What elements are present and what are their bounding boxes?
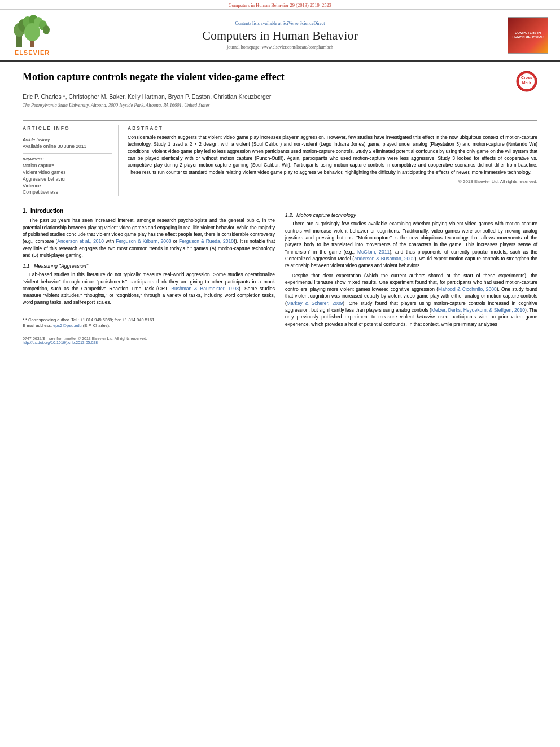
ferguson-kilburn-link[interactable]: Ferguson & Kilburn, 2008 [116,238,171,244]
info-divider-2 [23,153,112,154]
email-link[interactable]: epc2@psu.edu [53,323,82,328]
keyword-4: Violence [23,183,112,190]
left-content-column: 1. Introduction The past 30 years has se… [23,208,275,344]
subsection-1-1-title: 1.1. Measuring "Aggression" [23,263,275,269]
elsevier-tree-icon [12,14,53,48]
issn-line: 0747-5632/$ – see front matter © 2013 El… [23,337,275,340]
article-title: Motion capture controls negate the viole… [23,71,510,84]
motion-capture-paragraph-1: There are surprisingly few studies avail… [285,220,537,269]
contents-line: Contents lists available at SciVerse Sci… [63,21,497,26]
history-date: Available online 30 June 2013 [23,143,112,150]
svg-point-7 [43,25,50,34]
anderson-link[interactable]: Anderson et al., 2010 [57,238,104,244]
intro-section-title: 1. Introduction [23,208,275,214]
email-label: E-mail address: [23,323,53,328]
article-title-section: Motion capture controls negate the viole… [23,71,537,115]
mahood-link[interactable]: Mahood & Cicchirillo, 2008 [438,286,497,292]
keyword-3: Aggressive behavior [23,176,112,183]
page-wrapper: Computers in Human Behavior 29 (2013) 25… [0,0,560,747]
elsevier-logo: ELSEVIER [7,14,58,56]
corresponding-author-footnote: * * Corresponding author. Tel.: +1 814 9… [23,317,275,324]
crossmark-badge[interactable]: Cross Mark [516,71,537,93]
ferguson-rueda-link[interactable]: Ferguson & Rueda, 2010 [179,238,234,244]
melzer-link[interactable]: Melzer, Derks, Heydekorn, & Steffgen, 20… [431,307,525,313]
subsection-number: 1.1. [23,263,31,269]
markey-link[interactable]: Markey & Scherer, 2009 [287,300,343,306]
measuring-aggression-paragraph: Lab-based studies in this literature do … [23,271,275,306]
motion-capture-title: Motion capture technology [296,212,356,218]
intro-title: Introduction [30,208,63,214]
article-affiliation: The Pennsylvania State University, Altoo… [23,102,537,108]
history-label: Article history: [23,137,112,142]
footer-bar: 0747-5632/$ – see front matter © 2013 El… [23,334,275,344]
info-divider [23,134,112,134]
intro-paragraph-1: The past 30 years has seen increased int… [23,217,275,259]
abstract-header: ABSTRACT [128,125,537,131]
keywords-label: Keywords: [23,156,112,161]
doi-line: http://dx.doi.org/10.1016/j.chb.2013.05.… [23,340,275,344]
anderson-bushman-link[interactable]: Anderson & Bushman, 2002 [354,256,415,261]
contents-text: Contents lists available at [235,21,282,26]
elsevier-wordmark: ELSEVIER [15,49,50,56]
main-content-area: 1. Introduction The past 30 years has se… [23,208,537,344]
crossmark-icon: Cross Mark [516,71,537,92]
journal-citation-bar: Computers in Human Behavior 29 (2013) 25… [0,0,560,10]
journal-title: Computers in Human Behavior [63,28,497,43]
journal-header: ELSEVIER Contents lists available at Sci… [0,10,560,62]
copyright-line: © 2013 Elsevier Ltd. All rights reserved… [128,179,537,184]
svg-text:Mark: Mark [522,81,531,85]
journal-citation: Computers in Human Behavior 29 (2013) 25… [229,2,331,8]
mcgloin-link[interactable]: McGloin, 2011 [357,249,390,255]
intro-number: 1. [23,208,27,214]
journal-cover-image: COMPUTERS IN HUMAN BEHAVIOR [508,17,548,54]
abstract-text: Considerable research suggests that viol… [128,134,537,176]
motion-capture-number: 1.2. [285,212,294,218]
right-content-column: 1.2. Motion capture technology There are… [285,208,537,344]
abstract-column: ABSTRACT Considerable research suggests … [128,125,537,196]
main-section-divider [23,202,537,202]
keywords-list: Motion capture Violent video games Aggre… [23,163,112,196]
sciverse-link[interactable]: SciVerse ScienceDirect [283,21,325,26]
email-footnote: E-mail address: epc2@psu.edu (E.P. Charl… [23,323,275,329]
journal-cover: COMPUTERS IN HUMAN BEHAVIOR [502,17,553,54]
email-suffix: (E.P. Charles). [82,323,110,328]
motion-capture-subsection-title: 1.2. Motion capture technology [285,212,537,218]
keyword-5: Competitiveness [23,189,112,196]
svg-text:Cross: Cross [521,76,532,80]
svg-point-9 [24,23,40,41]
bushman-link[interactable]: Bushman & Baumeister, 1998 [171,286,239,291]
article-authors: Eric P. Charles *, Christopher M. Baker,… [23,93,537,100]
article-info-abstract-section: ARTICLE INFO Article history: Available … [23,120,537,196]
keyword-1: Motion capture [23,163,112,169]
motion-capture-paragraph-2: Despite that clear expectation (which th… [285,272,537,328]
corresponding-author-text: * Corresponding author. Tel.: +1 814 949… [25,317,155,322]
journal-center-info: Contents lists available at SciVerse Sci… [58,21,502,50]
footnote-area: * * Corresponding author. Tel.: +1 814 9… [23,314,275,329]
cover-label: COMPUTERS IN HUMAN BEHAVIOR [510,31,545,39]
doi-link[interactable]: http://dx.doi.org/10.1016/j.chb.2013.05.… [23,340,98,344]
keyword-2: Violent video games [23,169,112,176]
journal-homepage: journal homepage: www.elsevier.com/locat… [63,45,497,50]
article-body: Motion capture controls negate the viole… [0,62,560,353]
article-info-header: ARTICLE INFO [23,125,112,131]
subsection-title-text: Measuring "Aggression" [34,263,88,269]
article-info-column: ARTICLE INFO Article history: Available … [23,125,119,196]
authors-text: Eric P. Charles *, Christopher M. Baker,… [23,93,271,100]
